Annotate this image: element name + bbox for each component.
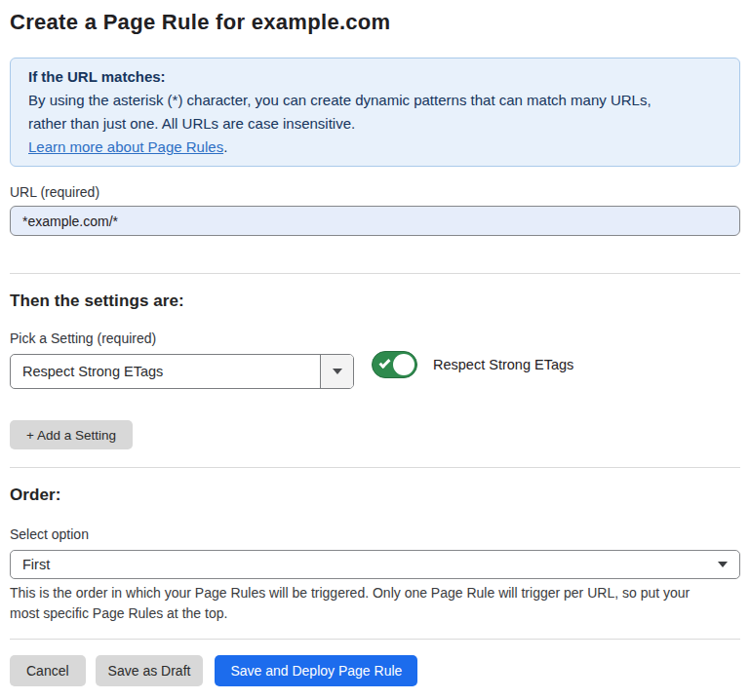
- info-box-link-line: Learn more about Page Rules.: [28, 136, 722, 159]
- url-input[interactable]: [10, 206, 740, 236]
- page-title: Create a Page Rule for example.com: [10, 0, 740, 35]
- setting-row: Respect Strong ETags Respect Strong ETag…: [10, 354, 740, 389]
- order-help-text: This is the order in which your Page Rul…: [10, 583, 722, 624]
- etag-toggle-label: Respect Strong ETags: [433, 357, 573, 372]
- order-select[interactable]: First: [10, 550, 740, 579]
- page-rule-form: Create a Page Rule for example.com If th…: [0, 0, 750, 686]
- divider: [10, 467, 740, 468]
- divider: [10, 273, 740, 274]
- toggle-knob: [393, 354, 414, 375]
- setting-select[interactable]: Respect Strong ETags: [10, 354, 354, 389]
- setting-select-value: Respect Strong ETags: [11, 364, 320, 379]
- save-and-deploy-button[interactable]: Save and Deploy Page Rule: [215, 655, 417, 686]
- learn-more-link[interactable]: Learn more about Page Rules: [28, 138, 223, 155]
- check-icon: [378, 357, 390, 369]
- order-section-heading: Order:: [10, 486, 740, 504]
- chevron-down-icon: [333, 369, 342, 374]
- url-field-label: URL (required): [10, 184, 740, 200]
- add-setting-button[interactable]: + Add a Setting: [10, 420, 133, 449]
- etag-toggle[interactable]: [372, 351, 417, 378]
- save-as-draft-button[interactable]: Save as Draft: [96, 655, 204, 686]
- chevron-down-icon: [718, 562, 728, 567]
- order-select-value: First: [22, 557, 718, 572]
- order-select-label: Select option: [10, 526, 740, 542]
- footer-buttons: Cancel Save as Draft Save and Deploy Pag…: [10, 655, 740, 686]
- pick-setting-label: Pick a Setting (required): [10, 331, 740, 346]
- info-box-heading: If the URL matches:: [28, 65, 722, 89]
- divider: [10, 639, 740, 640]
- info-box-body: By using the asterisk (*) character, you…: [28, 89, 691, 136]
- settings-section-heading: Then the settings are:: [10, 292, 740, 310]
- etag-toggle-group: Respect Strong ETags: [372, 351, 573, 378]
- setting-select-arrow-button[interactable]: [320, 355, 353, 388]
- link-suffix: .: [223, 138, 227, 155]
- cancel-button[interactable]: Cancel: [10, 655, 86, 686]
- url-match-info-box: If the URL matches: By using the asteris…: [10, 58, 740, 167]
